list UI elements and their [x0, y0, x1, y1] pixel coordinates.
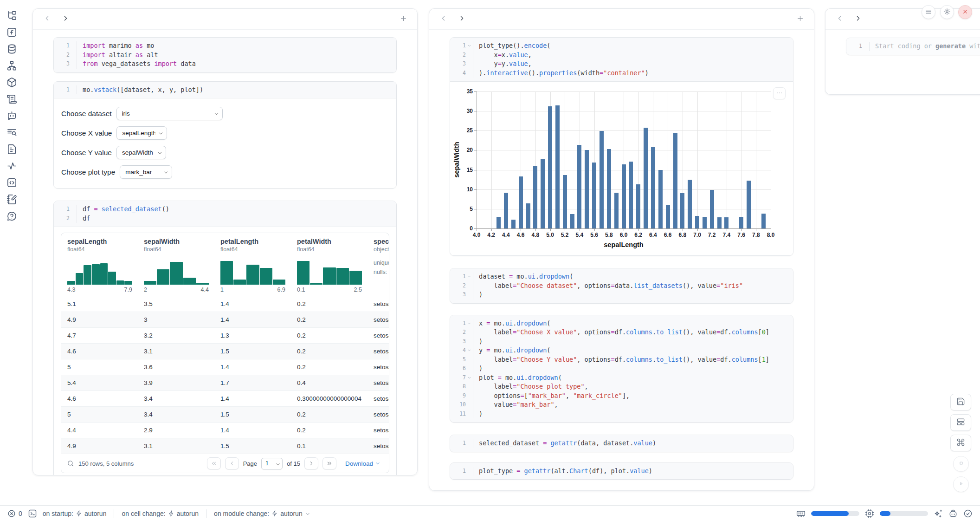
sidebar-notebook-pen-icon[interactable] [6, 194, 17, 205]
column-header-sepalLength[interactable]: sepalLengthfloat644.37.9 [61, 238, 138, 293]
play-icon [957, 480, 965, 489]
sidebar-database-icon[interactable] [6, 44, 17, 55]
choose-x-value-dropdown[interactable]: sepalLength [116, 126, 167, 140]
add-cell-button[interactable] [396, 12, 410, 26]
layout-button[interactable] [950, 414, 971, 431]
xy-plot-dropdowns-code-editor[interactable]: 1x = mo.ui.dropdown(2 label="Choose X va… [450, 315, 793, 423]
imports-code-editor[interactable]: 1import marimo as mo2import altair as al… [54, 38, 396, 72]
chevron-left-icon[interactable] [832, 12, 846, 26]
cpu-usage-meter [880, 511, 928, 516]
column-histogram [220, 257, 285, 285]
terminal-button[interactable] [28, 509, 37, 518]
code-line: ) [473, 364, 787, 373]
command-palette-button[interactable] [950, 435, 971, 451]
empty-code-editor[interactable]: 1Start coding or generate with AI [846, 38, 980, 55]
sidebar-functions-icon[interactable] [6, 27, 17, 38]
errors-indicator[interactable]: 0 [7, 509, 22, 518]
autorun-mode-module-change[interactable]: on module change:autorun [214, 510, 310, 517]
column-histogram [67, 257, 132, 285]
sidebar-file-tree-icon[interactable] [6, 10, 17, 21]
prev-page-button[interactable] [225, 457, 239, 469]
sidebar-help-icon[interactable] [6, 211, 17, 222]
sidebar-packages-icon[interactable] [6, 77, 17, 88]
line-number: 7 [455, 373, 466, 383]
column-header-sepalWidth[interactable]: sepalWidthfloat6424.4 [138, 238, 214, 293]
fold-spacer [466, 467, 473, 476]
fold-chevron-icon[interactable] [466, 373, 473, 383]
fold-chevron-icon[interactable] [466, 41, 473, 51]
dataframe-code-editor[interactable]: 1df = selected_dataset()2df [54, 201, 396, 227]
fold-spacer [466, 51, 473, 60]
vstack-cell: 1mo.vstack([dataset, x, y, plot])Choose … [53, 81, 397, 189]
chart-menu-button[interactable] [773, 87, 786, 99]
ai-sparkles-icon[interactable] [934, 509, 943, 518]
sidebar-documentation-icon[interactable] [6, 144, 17, 155]
add-cell-button[interactable] [793, 12, 807, 26]
bolt-icon [271, 510, 278, 517]
sidebar-dependency-graph-icon[interactable] [6, 60, 17, 72]
gear-icon [943, 8, 951, 17]
column-stats: unique:nulls: [374, 258, 389, 277]
dataset-dropdown-code-editor[interactable]: 1dataset = mo.ui.dropdown(2 label="Choos… [450, 268, 793, 303]
autorun-mode-startup[interactable]: on startup:autorun [43, 510, 107, 517]
next-page-button[interactable] [304, 457, 318, 469]
column-header-petalWidth[interactable]: petalWidthfloat640.12.5 [291, 238, 368, 293]
table-cell: 4.7 [61, 332, 138, 339]
stop-button[interactable] [953, 456, 969, 472]
save-icon [956, 397, 965, 407]
fold-spacer [466, 382, 473, 391]
choose-plot-type-dropdown[interactable]: mark_bar [120, 165, 172, 179]
sepal-bar-chart[interactable]: 051015202530354.04.24.44.64.85.05.25.45.… [450, 82, 793, 255]
fold-chevron-icon[interactable] [466, 272, 473, 281]
close-panel-button[interactable] [958, 5, 972, 19]
column-range: 24.4 [144, 287, 209, 293]
download-button[interactable]: Download [342, 460, 383, 468]
xy-plot-dropdowns-cell: 1x = mo.ui.dropdown(2 label="Choose X va… [450, 315, 793, 423]
column-header-species[interactable]: speciesobjectunique:nulls: [368, 238, 389, 293]
line-number: 8 [455, 382, 466, 391]
plot-type-cell: 1plot_type = getattr(alt.Chart(df), plot… [450, 462, 793, 480]
vstack-code-editor[interactable]: 1mo.vstack([dataset, x, y, plot]) [54, 82, 396, 98]
sidebar-snippets-icon[interactable] [6, 177, 17, 189]
chevron-left-icon[interactable] [40, 12, 54, 26]
column-header-petalLength[interactable]: petalLengthfloat6416.9 [214, 238, 291, 293]
fold-chevron-icon[interactable] [466, 346, 473, 355]
line-number: 2 [455, 281, 466, 291]
fold-chevron-icon[interactable] [466, 319, 473, 328]
menu-button[interactable] [922, 5, 935, 19]
settings-button[interactable] [940, 5, 954, 19]
chevron-right-icon[interactable] [58, 12, 72, 26]
choose-y-value-dropdown[interactable]: sepalWidth [116, 146, 166, 159]
table-cell: 0.2 [291, 332, 368, 339]
chevron-right-icon[interactable] [851, 12, 865, 26]
run-button[interactable] [953, 476, 969, 492]
copilot-icon[interactable] [948, 509, 958, 518]
last-page-button[interactable] [322, 457, 336, 469]
search-icon[interactable] [67, 460, 74, 467]
connection-status-icon[interactable] [963, 509, 973, 518]
empty-cell: 1Start coding or generate with AI [846, 38, 980, 55]
table-row: 4.931.40.2setosa [61, 312, 389, 327]
save-button[interactable] [950, 394, 971, 410]
choose-dataset-dropdown[interactable]: iris [116, 107, 223, 120]
sidebar-logs-icon[interactable] [6, 94, 17, 105]
page-select[interactable]: 1 [261, 458, 283, 469]
chevron-left-icon[interactable] [436, 12, 450, 26]
column-range: 16.9 [220, 287, 285, 293]
generate-link[interactable]: generate [935, 42, 966, 50]
chevron-right-icon[interactable] [455, 12, 469, 26]
sidebar-tracing-icon[interactable] [6, 161, 17, 172]
table-cell: 1.5 [214, 348, 291, 355]
fold-spacer [466, 290, 473, 300]
autorun-mode-cell-change[interactable]: on cell change:autorun [122, 510, 199, 517]
line-number: 1 [455, 41, 466, 51]
sidebar-scratchpad-search-icon[interactable] [6, 127, 17, 138]
dropdown-label: Choose X value [61, 129, 112, 137]
code-line: options=["mark_bar", "mark_circle"], [473, 391, 787, 401]
selected-dataset-code-editor[interactable]: 1selected_dataset = getattr(data, datase… [450, 435, 793, 452]
plot-code-editor[interactable]: 1plot_type().encode(2 x=x.value,3 y=y.va… [450, 38, 793, 81]
code-line: import marimo as mo [77, 41, 390, 51]
plot-type-code-editor[interactable]: 1plot_type = getattr(alt.Chart(df), plot… [450, 463, 793, 480]
first-page-button[interactable] [207, 457, 221, 469]
sidebar-chat-icon[interactable] [6, 111, 17, 122]
